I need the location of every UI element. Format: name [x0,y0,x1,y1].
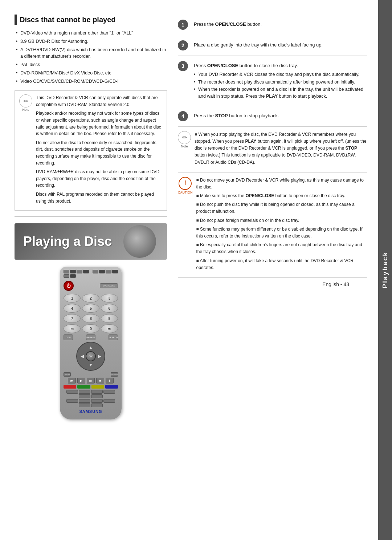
num-button-5[interactable]: 5 [82,304,99,313]
remote-container: OPEN/CLOSE 1 2 3 4 5 6 7 8 9 ⏮ [15,267,167,419]
caution-icon-wrap: ! CAUTION [178,177,193,194]
list-item: A DVD±R/DVD-RW(V) disc which has been re… [16,46,167,60]
rewind-button[interactable]: ⏮ [68,378,76,383]
play-bold: PLAY [266,94,278,99]
remote-tiny-button[interactable] [66,390,78,394]
section-header: Discs that cannot be played [15,15,167,25]
step-3-content: Press OPEN/CLOSE button to close the dis… [194,61,367,101]
num-button-2[interactable]: 2 [82,294,99,303]
pause-button[interactable]: ⏸ [106,378,114,383]
num-button-3[interactable]: 3 [101,294,118,303]
remote-tiny-button[interactable] [91,399,103,403]
color-button-blue[interactable] [105,385,118,389]
fast-forward-button[interactable]: ⏭ [87,378,95,383]
remote-button [93,270,98,273]
ctrl-button[interactable]: DISP [64,334,73,340]
remote-bottom-buttons: MENU RETURN [64,372,118,377]
num-button-8[interactable]: 8 [82,314,99,323]
remote-tiny-button[interactable] [103,390,115,394]
stop-button[interactable]: ■ [96,378,104,383]
note-label: Note [22,108,29,111]
ctrl-button[interactable]: MARKER [86,334,95,340]
caution-bullet: Make sure to press the OPEN/CLOSE button… [196,192,368,199]
step-number-4: 4 [178,111,188,121]
samsung-logo: SAMSUNG [64,409,118,414]
return-button[interactable]: RETURN [111,372,118,377]
step-number-2: 2 [178,40,188,50]
step-2-content: Place a disc gently into the tray with t… [194,40,367,49]
banner-title: Playing a Disc [23,234,112,249]
num-button-6[interactable]: 6 [101,304,118,313]
num-button-1[interactable]: 1 [64,294,81,303]
dpad-right[interactable]: ▶ [96,353,103,360]
open-close-button[interactable]: OPEN/CLOSE [100,283,118,288]
remote-tiny-button[interactable] [103,399,115,403]
note-line: Discs with PAL programs recorded on them… [36,191,162,204]
num-button-hash[interactable]: ⏭ [101,324,118,333]
section-title-text: Discs that cannot be played [20,16,116,24]
list-item: DVD-Video with a region number other tha… [16,30,167,37]
remote-tiny-button[interactable] [79,394,90,398]
remote-button [99,270,105,273]
remote-tiny-button[interactable] [91,403,103,407]
caution-bullet: Some functions may perform differently o… [196,226,368,240]
remote-color-buttons [64,385,118,389]
remote-tiny-button[interactable] [79,403,90,407]
remote-tiny-button[interactable] [91,390,103,394]
step-3: 3 Press OPEN/CLOSE button to close the d… [178,56,367,106]
note-box-right: ✏ Note When you stop playing the disc, t… [178,127,367,172]
dpad-left[interactable]: ◀ [78,353,86,360]
num-button-star[interactable]: ⏮ [64,324,81,333]
sub-bullet: When the recorder is powered on and a di… [194,86,367,100]
num-button-7[interactable]: 7 [64,314,81,323]
note-bullet: When you stop playing the disc, the DVD … [195,131,367,166]
caution-bullet: After turning power on, it will take a f… [196,257,368,271]
caution-label: CAUTION [178,191,193,194]
note-icon-right: ✏ [178,131,191,144]
right-column: 1 Press the OPEN/CLOSE button. 2 Place a… [178,15,367,525]
caution-bullet: Do not place foreign materials on or in … [196,217,368,224]
menu-button[interactable]: MENU [64,372,71,377]
caution-bullet: Do not move your DVD Recorder & VCR whil… [196,177,368,191]
remote-tiny-button[interactable] [79,399,90,403]
remote-tiny-button[interactable] [66,399,78,403]
remote-tiny-button[interactable] [91,394,103,398]
dpad-outer: ▲ ▼ ◀ ▶ OK [76,342,105,371]
play-button[interactable]: ▶ [77,378,85,383]
note-icon: ✏ [19,94,32,107]
color-button-yellow[interactable] [91,385,104,389]
remote-button [64,274,69,278]
list-item: 3.9 GB DVD-R Disc for Authoring. [16,38,167,45]
dpad-up[interactable]: ▲ [87,344,94,351]
page-footer: English - 43 [178,281,367,287]
step-bold-open-close: OPEN/CLOSE [207,63,238,68]
caution-bullet: Be especially careful that children's fi… [196,241,368,255]
dpad-center[interactable]: OK [86,351,96,361]
stop-bold-note: STOP [346,146,357,151]
remote-button [70,274,76,278]
num-button-9[interactable]: 9 [101,314,118,323]
ctrl-button[interactable]: SEARCH [109,334,118,340]
note-line: Do not allow the disc to become dirty or… [36,139,162,166]
caution-text-content: Do not move your DVD Recorder & VCR whil… [196,177,368,273]
dpad-down[interactable]: ▼ [87,361,94,369]
remote-button [70,270,76,273]
page-number: English - 43 [322,281,349,287]
note-line: This DVD Recorder & VCR can only operate… [36,94,162,108]
right-note-text: When you stop playing the disc, the DVD … [195,131,367,168]
color-button-red[interactable] [64,385,76,389]
num-button-0[interactable]: 0 [82,324,99,333]
step-4-content: Press the STOP button to stop playback. [194,111,367,120]
remote-tiny-button[interactable] [79,390,90,394]
remote-playback-row: ⏮ ▶ ⏭ ■ ⏸ [64,378,118,383]
playback-tab-label: Playback [381,251,389,288]
color-button-green[interactable] [77,385,90,389]
num-button-4[interactable]: 4 [64,304,81,313]
power-button[interactable] [64,281,74,291]
step-4: 4 Press the STOP button to stop playback… [178,106,367,127]
remote-power-row: OPEN/CLOSE [64,279,118,292]
sub-bullet: Your DVD Recorder & VCR closes the disc … [194,71,367,78]
section-divider [15,216,167,217]
remote-button [83,270,89,273]
note-line: Playback and/or recording may not work f… [36,110,162,137]
